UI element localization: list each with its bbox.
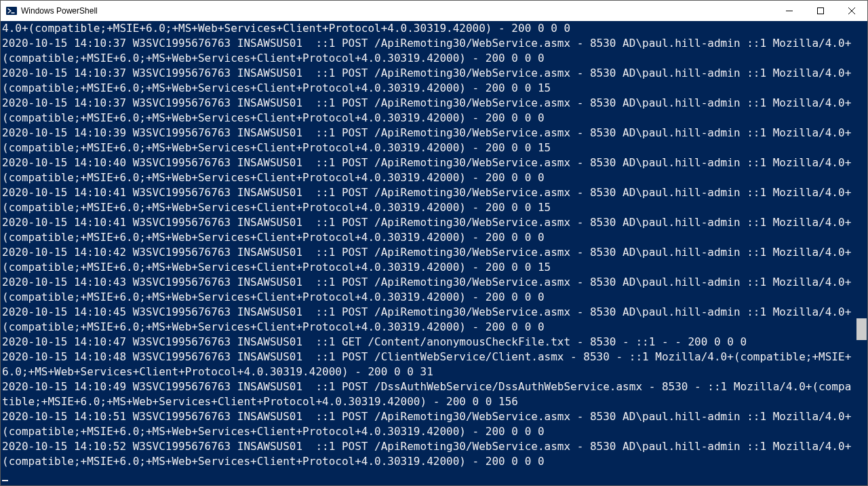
terminal-wrap: 4.0+(compatible;+MSIE+6.0;+MS+Web+Servic… <box>1 21 867 485</box>
scrollbar-thumb[interactable] <box>856 318 867 340</box>
titlebar[interactable]: Windows PowerShell <box>1 1 867 21</box>
maximize-button[interactable] <box>805 1 836 21</box>
terminal-output[interactable]: 4.0+(compatible;+MSIE+6.0;+MS+Web+Servic… <box>1 21 856 485</box>
minimize-button[interactable] <box>774 1 805 21</box>
svg-rect-3 <box>818 8 824 14</box>
svg-rect-0 <box>6 7 17 15</box>
cursor <box>2 480 8 481</box>
close-button[interactable] <box>836 1 867 21</box>
window-title: Windows PowerShell <box>21 6 98 16</box>
powershell-icon <box>6 5 17 16</box>
powershell-window: Windows PowerShell 4.0+(compatible;+MSIE… <box>0 0 868 486</box>
vertical-scrollbar[interactable] <box>856 21 867 485</box>
